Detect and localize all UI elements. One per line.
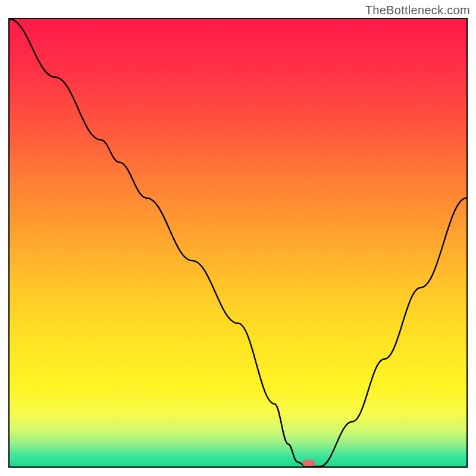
watermark-text: TheBottleneck.com (365, 4, 470, 17)
chart-stage: TheBottleneck.com (0, 0, 476, 476)
bottleneck-curve (10, 19, 466, 466)
plot-frame (8, 18, 468, 468)
optimal-marker (302, 459, 315, 466)
